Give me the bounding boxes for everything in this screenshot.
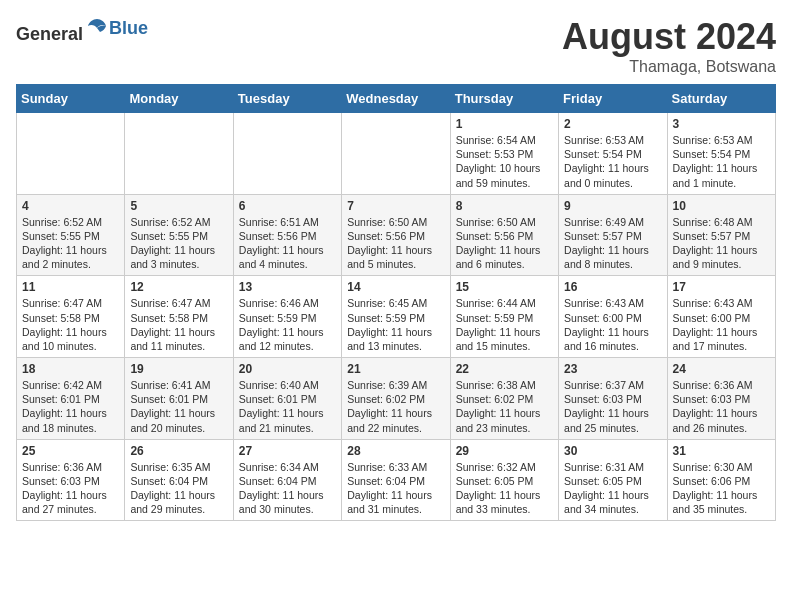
day-number: 25 [22,444,119,458]
day-info: Daylight: 11 hours and 21 minutes. [239,406,336,434]
day-info: Daylight: 11 hours and 29 minutes. [130,488,227,516]
calendar-day-cell: 24Sunrise: 6:36 AMSunset: 6:03 PMDayligh… [667,358,775,440]
day-info: Sunrise: 6:48 AM [673,215,770,229]
calendar-day-cell [17,113,125,195]
calendar-day-cell: 13Sunrise: 6:46 AMSunset: 5:59 PMDayligh… [233,276,341,358]
calendar-week-row: 18Sunrise: 6:42 AMSunset: 6:01 PMDayligh… [17,358,776,440]
day-info: Sunrise: 6:52 AM [22,215,119,229]
logo-general-text: General [16,16,109,45]
day-info: Sunrise: 6:44 AM [456,296,553,310]
calendar-header-row: SundayMondayTuesdayWednesdayThursdayFrid… [17,85,776,113]
calendar-day-cell: 6Sunrise: 6:51 AMSunset: 5:56 PMDaylight… [233,194,341,276]
day-info: Sunrise: 6:53 AM [673,133,770,147]
day-of-week-header: Sunday [17,85,125,113]
day-info: Sunrise: 6:39 AM [347,378,444,392]
calendar-day-cell: 1Sunrise: 6:54 AMSunset: 5:53 PMDaylight… [450,113,558,195]
day-info: Daylight: 11 hours and 11 minutes. [130,325,227,353]
title-block: August 2024 Thamaga, Botswana [562,16,776,76]
day-info: Sunset: 5:56 PM [347,229,444,243]
day-number: 28 [347,444,444,458]
day-info: Sunrise: 6:34 AM [239,460,336,474]
calendar-day-cell: 2Sunrise: 6:53 AMSunset: 5:54 PMDaylight… [559,113,667,195]
day-info: Sunrise: 6:42 AM [22,378,119,392]
logo-bird-icon [85,16,109,40]
day-info: Sunrise: 6:45 AM [347,296,444,310]
calendar-day-cell: 16Sunrise: 6:43 AMSunset: 6:00 PMDayligh… [559,276,667,358]
calendar-day-cell: 5Sunrise: 6:52 AMSunset: 5:55 PMDaylight… [125,194,233,276]
day-of-week-header: Wednesday [342,85,450,113]
day-info: Sunrise: 6:35 AM [130,460,227,474]
day-info: Sunrise: 6:47 AM [22,296,119,310]
day-info: Daylight: 11 hours and 23 minutes. [456,406,553,434]
calendar-day-cell: 29Sunrise: 6:32 AMSunset: 6:05 PMDayligh… [450,439,558,521]
day-of-week-header: Saturday [667,85,775,113]
day-info: Sunrise: 6:32 AM [456,460,553,474]
calendar-day-cell: 9Sunrise: 6:49 AMSunset: 5:57 PMDaylight… [559,194,667,276]
day-number: 15 [456,280,553,294]
calendar-day-cell [125,113,233,195]
day-info: Sunset: 6:02 PM [456,392,553,406]
day-info: Daylight: 11 hours and 17 minutes. [673,325,770,353]
day-number: 24 [673,362,770,376]
calendar-day-cell: 8Sunrise: 6:50 AMSunset: 5:56 PMDaylight… [450,194,558,276]
day-number: 30 [564,444,661,458]
day-info: Sunset: 5:59 PM [239,311,336,325]
day-info: Sunset: 5:59 PM [456,311,553,325]
day-info: Daylight: 11 hours and 8 minutes. [564,243,661,271]
day-info: Daylight: 11 hours and 27 minutes. [22,488,119,516]
page-header: General Blue August 2024 Thamaga, Botswa… [16,16,776,76]
day-info: Sunset: 6:00 PM [673,311,770,325]
day-info: Sunset: 6:00 PM [564,311,661,325]
day-info: Sunrise: 6:53 AM [564,133,661,147]
calendar-week-row: 11Sunrise: 6:47 AMSunset: 5:58 PMDayligh… [17,276,776,358]
day-info: Daylight: 11 hours and 35 minutes. [673,488,770,516]
day-info: Daylight: 11 hours and 1 minute. [673,161,770,189]
calendar-day-cell: 26Sunrise: 6:35 AMSunset: 6:04 PMDayligh… [125,439,233,521]
day-info: Sunset: 6:06 PM [673,474,770,488]
day-info: Daylight: 11 hours and 33 minutes. [456,488,553,516]
day-number: 11 [22,280,119,294]
day-info: Daylight: 11 hours and 31 minutes. [347,488,444,516]
day-info: Sunset: 5:56 PM [456,229,553,243]
day-info: Daylight: 10 hours and 59 minutes. [456,161,553,189]
day-info: Sunrise: 6:47 AM [130,296,227,310]
day-info: Sunrise: 6:43 AM [673,296,770,310]
day-number: 1 [456,117,553,131]
day-info: Sunset: 6:03 PM [22,474,119,488]
calendar-day-cell: 25Sunrise: 6:36 AMSunset: 6:03 PMDayligh… [17,439,125,521]
day-number: 7 [347,199,444,213]
day-number: 12 [130,280,227,294]
day-info: Daylight: 11 hours and 18 minutes. [22,406,119,434]
day-info: Sunrise: 6:33 AM [347,460,444,474]
day-number: 22 [456,362,553,376]
day-info: Daylight: 11 hours and 5 minutes. [347,243,444,271]
day-info: Sunset: 6:03 PM [673,392,770,406]
day-number: 26 [130,444,227,458]
calendar-week-row: 4Sunrise: 6:52 AMSunset: 5:55 PMDaylight… [17,194,776,276]
day-number: 27 [239,444,336,458]
day-number: 2 [564,117,661,131]
calendar-table: SundayMondayTuesdayWednesdayThursdayFrid… [16,84,776,521]
day-info: Sunset: 5:55 PM [22,229,119,243]
day-info: Daylight: 11 hours and 0 minutes. [564,161,661,189]
day-info: Sunrise: 6:54 AM [456,133,553,147]
calendar-day-cell: 19Sunrise: 6:41 AMSunset: 6:01 PMDayligh… [125,358,233,440]
day-info: Sunrise: 6:50 AM [456,215,553,229]
day-info: Daylight: 11 hours and 12 minutes. [239,325,336,353]
day-info: Daylight: 11 hours and 4 minutes. [239,243,336,271]
day-number: 19 [130,362,227,376]
day-number: 23 [564,362,661,376]
day-info: Sunset: 5:54 PM [673,147,770,161]
day-info: Sunrise: 6:31 AM [564,460,661,474]
calendar-day-cell [342,113,450,195]
day-number: 20 [239,362,336,376]
day-info: Daylight: 11 hours and 13 minutes. [347,325,444,353]
day-info: Sunset: 6:01 PM [22,392,119,406]
day-info: Sunrise: 6:46 AM [239,296,336,310]
calendar-day-cell: 11Sunrise: 6:47 AMSunset: 5:58 PMDayligh… [17,276,125,358]
calendar-day-cell: 15Sunrise: 6:44 AMSunset: 5:59 PMDayligh… [450,276,558,358]
day-info: Sunset: 6:01 PM [130,392,227,406]
day-number: 3 [673,117,770,131]
calendar-day-cell: 27Sunrise: 6:34 AMSunset: 6:04 PMDayligh… [233,439,341,521]
day-number: 29 [456,444,553,458]
